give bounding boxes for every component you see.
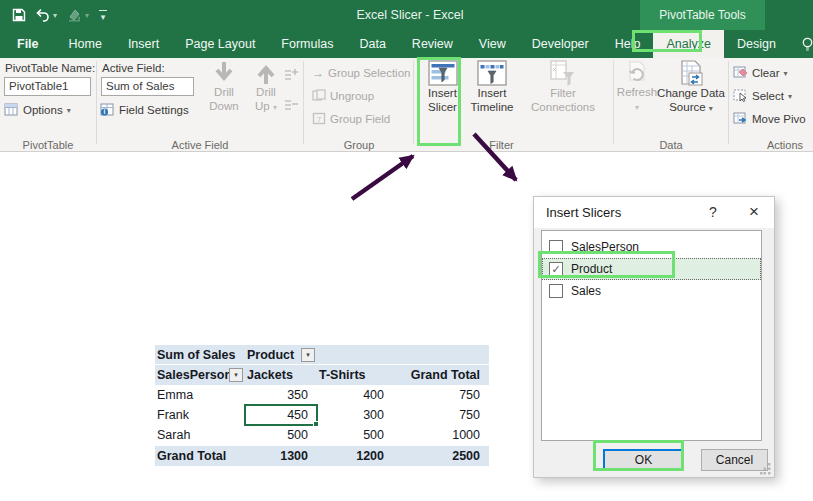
sales-checkbox[interactable] bbox=[549, 284, 563, 298]
cancel-button[interactable]: Cancel bbox=[701, 449, 768, 471]
pivot-value-cell[interactable]: 750 bbox=[393, 405, 489, 425]
tab-file[interactable]: File bbox=[0, 30, 56, 58]
filter-connections-button: Filter Connections bbox=[520, 60, 606, 114]
move-pivottable-button[interactable]: Move Pivo bbox=[733, 112, 806, 126]
insert-timeline-button[interactable]: Insert Timeline bbox=[468, 60, 516, 114]
window-title: Excel Slicer - Excel bbox=[280, 0, 540, 30]
pivot-row-label[interactable]: Emma bbox=[155, 385, 245, 405]
product-checkbox[interactable]: ✓ bbox=[549, 262, 563, 276]
pivot-value-cell[interactable]: 750 bbox=[393, 385, 489, 405]
tab-design[interactable]: Design bbox=[724, 30, 789, 58]
pivot-column-header[interactable]: T-Shirts bbox=[317, 365, 393, 385]
pivottable-name-label: PivotTable Name: bbox=[5, 62, 95, 74]
drill-up-button: Drill Up ▾ bbox=[246, 60, 286, 114]
drill-up-icon bbox=[255, 60, 277, 86]
pivot-value-cell[interactable]: 300 bbox=[317, 405, 393, 425]
change-data-source-icon bbox=[678, 60, 704, 87]
pivot-value-cell[interactable]: 1200 bbox=[317, 446, 393, 466]
pivot-row-field-cell[interactable]: SalesPerson ▾ bbox=[155, 365, 245, 385]
pivottable-name-input[interactable]: PivotTable1 bbox=[4, 77, 91, 96]
pivot-value-cell[interactable]: 500 bbox=[245, 425, 317, 445]
pivot-value-cell[interactable]: 2500 bbox=[393, 446, 489, 466]
pivot-data-row: Emma 350 400 750 bbox=[155, 385, 489, 405]
pivottable-tools-label: PivotTable Tools bbox=[640, 0, 765, 30]
pivot-grand-total-row: Grand Total 1300 1200 2500 bbox=[155, 445, 489, 466]
salesperson-checkbox[interactable] bbox=[549, 240, 563, 254]
undo-dropdown-caret[interactable]: ▾ bbox=[53, 11, 57, 20]
pivot-value-cell[interactable]: 1300 bbox=[245, 446, 317, 466]
save-icon[interactable] bbox=[12, 8, 26, 22]
active-field-group-label: Active Field bbox=[97, 139, 303, 152]
pivot-value-cell[interactable]: 1000 bbox=[393, 425, 489, 445]
undo-button[interactable]: ▾ bbox=[36, 8, 57, 22]
list-item-sales[interactable]: Sales bbox=[542, 280, 761, 302]
product-filter-dropdown[interactable]: ▾ bbox=[301, 348, 315, 362]
salesperson-filter-dropdown[interactable]: ▾ bbox=[229, 368, 243, 382]
title-bar: ▾ ▾ ▾ Excel Slicer - Excel PivotTable To… bbox=[0, 0, 813, 30]
dialog-close-button[interactable]: × bbox=[744, 202, 764, 222]
pivot-column-header[interactable]: Jackets bbox=[245, 365, 317, 385]
group-separator bbox=[613, 61, 614, 144]
pivot-row-label[interactable]: Grand Total bbox=[155, 446, 245, 466]
tab-formulas[interactable]: Formulas bbox=[268, 30, 346, 58]
move-pivottable-icon bbox=[733, 112, 748, 126]
tell-me-box[interactable]: Tel bbox=[789, 30, 813, 58]
pivot-empty-header-cell[interactable] bbox=[393, 345, 489, 364]
pivot-empty-header-cell[interactable] bbox=[317, 345, 393, 364]
options-caret: ▾ bbox=[67, 106, 71, 115]
pivottable-group-label: PivotTable bbox=[0, 139, 96, 152]
filter-group-label: Filter bbox=[414, 139, 589, 152]
group-group-label: Group bbox=[304, 139, 414, 152]
pivot-values-cell[interactable]: Sum of Sales bbox=[155, 345, 245, 364]
tab-analyze[interactable]: Analyze bbox=[653, 30, 723, 58]
clear-button[interactable]: Clear ▾ bbox=[733, 66, 788, 80]
pivot-header-row-2: SalesPerson ▾ Jackets T-Shirts Grand Tot… bbox=[155, 365, 489, 385]
tab-home[interactable]: Home bbox=[56, 30, 115, 58]
ok-button[interactable]: OK bbox=[603, 449, 684, 471]
svg-text:i: i bbox=[104, 108, 106, 115]
active-field-label: Active Field: bbox=[102, 62, 165, 74]
pivot-row-label[interactable]: Sarah bbox=[155, 425, 245, 445]
pivot-row-label[interactable]: Frank bbox=[155, 405, 245, 425]
pivot-column-field-cell[interactable]: Product ▾ bbox=[245, 345, 317, 364]
insert-slicer-button[interactable]: Insert Slicer bbox=[420, 60, 465, 114]
group-selection-icon: → bbox=[312, 66, 324, 80]
tab-data[interactable]: Data bbox=[346, 30, 398, 58]
tab-developer[interactable]: Developer bbox=[519, 30, 602, 58]
pivot-value-cell[interactable]: 500 bbox=[317, 425, 393, 445]
pivot-column-header[interactable]: Grand Total bbox=[393, 365, 489, 385]
ribbon: PivotTable Name: PivotTable1 Options ▾ P… bbox=[0, 58, 813, 152]
dialog-title-bar[interactable]: Insert Slicers ? × bbox=[534, 197, 774, 228]
change-data-source-button[interactable]: Change Data Source ▾ bbox=[656, 60, 726, 115]
clear-icon bbox=[733, 66, 748, 80]
ribbon-tab-bar: File Home Insert Page Layout Formulas Da… bbox=[0, 30, 813, 58]
actions-group-label: Actions bbox=[757, 139, 813, 152]
dialog-resize-grip[interactable] bbox=[760, 463, 772, 475]
list-item-product[interactable]: ✓ Product bbox=[542, 258, 761, 280]
tab-help[interactable]: Help bbox=[602, 30, 654, 58]
tab-page-layout[interactable]: Page Layout bbox=[172, 30, 268, 58]
options-button[interactable]: Options ▾ bbox=[4, 103, 71, 117]
select-button[interactable]: Select ▾ bbox=[733, 89, 792, 103]
product-label: Product bbox=[571, 262, 612, 276]
list-item-salesperson[interactable]: SalesPerson bbox=[542, 236, 761, 258]
pivot-value-cell[interactable]: 350 bbox=[245, 385, 317, 405]
options-icon bbox=[4, 103, 19, 117]
ungroup-button: Ungroup bbox=[312, 89, 374, 102]
dialog-help-button[interactable]: ? bbox=[704, 204, 722, 220]
active-field-input[interactable]: Sum of Sales bbox=[101, 77, 194, 96]
salesperson-label: SalesPerson bbox=[571, 240, 639, 254]
field-settings-button[interactable]: i Field Settings bbox=[100, 103, 189, 117]
tab-view[interactable]: View bbox=[466, 30, 519, 58]
tab-review[interactable]: Review bbox=[399, 30, 466, 58]
group-selection-button: → Group Selection bbox=[312, 66, 410, 80]
group-separator bbox=[303, 61, 304, 144]
group-separator bbox=[413, 61, 414, 144]
insert-slicers-dialog: Insert Slicers ? × SalesPerson ✓ Product… bbox=[533, 196, 775, 478]
pivot-value-cell[interactable]: 400 bbox=[317, 385, 393, 405]
selected-cell[interactable]: 450 bbox=[245, 405, 317, 425]
tab-insert[interactable]: Insert bbox=[115, 30, 172, 58]
data-group-label: Data bbox=[614, 139, 728, 152]
pivot-data-row: Sarah 500 500 1000 bbox=[155, 425, 489, 445]
customize-qat-button[interactable]: ▾ bbox=[99, 10, 107, 21]
